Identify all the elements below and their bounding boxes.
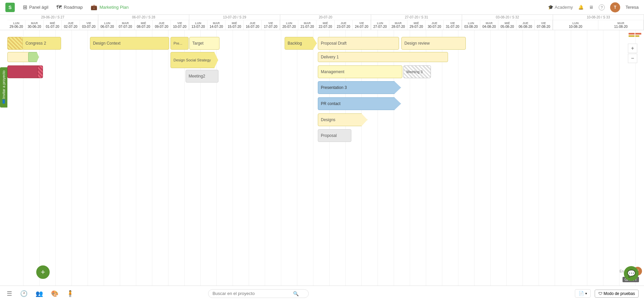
nav-roadmap[interactable]: 🗺 Roadmap: [56, 4, 83, 10]
invite-project-sidebar[interactable]: 👤 Invitar a proyecto: [0, 67, 7, 107]
day-jue-30: JUE30-07-20: [426, 20, 444, 30]
task-bar-designs[interactable]: Designs: [318, 113, 367, 126]
task-bar-backlog[interactable]: Backlog: [285, 37, 317, 50]
search-icon[interactable]: 🔍: [293, 291, 299, 296]
day-vie-17: VIE17-07-20: [262, 20, 280, 30]
task-bar-proposal[interactable]: Proposal: [318, 129, 351, 142]
doc-dropdown-icon: ▾: [585, 292, 587, 295]
chat-icon: 💬: [627, 269, 636, 278]
task-bar-target[interactable]: Target: [189, 37, 219, 50]
test-mode-button[interactable]: 🛡 Modo de pruebas: [595, 290, 639, 298]
nav-marketing-plan[interactable]: 💼 Marketing Plan: [91, 4, 129, 10]
day-lun-29: LUN29-06-20: [7, 20, 26, 30]
test-mode-icon: 🛡: [598, 291, 602, 296]
task-bar-meeting2[interactable]: Meeting2: [186, 70, 218, 83]
task-bar-management[interactable]: Management: [318, 65, 402, 78]
day-mie-29: MIÉ29-07-20: [407, 20, 426, 30]
week-label-27: 29-06-20 / S 27: [7, 15, 98, 20]
user-name: Teresa: [626, 5, 639, 10]
top-navigation: S ⊞ Panel ágil 🗺 Roadmap 💼 Marketing Pla…: [0, 0, 644, 15]
day-vie-31: VIE31-07-20: [444, 20, 462, 30]
palette-icon[interactable]: 🎨: [50, 289, 60, 299]
day-vie-10: VIE10-07-20: [171, 20, 189, 30]
day-jue-02: JUE02-07-20: [62, 20, 80, 30]
zoom-controls: + −: [628, 44, 637, 63]
week-label-29: 13-07-20 / S 29: [189, 15, 280, 20]
day-lun-06: LUN06-07-20: [98, 20, 116, 30]
task-bar-red-end: [38, 65, 43, 78]
day-vie-07: VIE07-08-20: [535, 20, 553, 30]
week-label-32: 03-08-20 / S 32: [462, 15, 553, 20]
roadmap-icon: 🗺: [56, 4, 62, 10]
day-vie-24: VIE24-07-20: [353, 20, 371, 30]
task-bar-red[interactable]: [7, 65, 39, 78]
help-btn[interactable]: ?: [599, 4, 605, 10]
task-bar-design-context[interactable]: Design Context: [90, 37, 169, 50]
bottom-nav-left: ☰ 🕐 👥 🎨 🧍: [5, 289, 75, 299]
day-mar-11: MAR11-08-20: [598, 20, 644, 30]
day-mie-15: MIÉ15-07-20: [226, 20, 244, 30]
invite-label: Invitar a proyecto: [2, 70, 6, 99]
bar-toggle-3[interactable]: [629, 35, 635, 37]
day-mie-08: MIÉ08-07-20: [135, 20, 153, 30]
task-bar-meeting3[interactable]: Meeting 3: [403, 65, 431, 78]
task-bar-congress2[interactable]: Congress 2: [22, 37, 61, 50]
task-bar-pr-contact[interactable]: PR contact: [318, 97, 401, 110]
document-button[interactable]: 📄 ▾: [575, 289, 591, 298]
day-mar-28: MAR28-07-20: [389, 20, 407, 30]
person-icon[interactable]: 🧍: [65, 289, 75, 299]
search-container[interactable]: 🔍: [208, 289, 309, 298]
task-bar-proposal-draft[interactable]: Proposal Draft: [318, 37, 399, 50]
bar-toggle-4[interactable]: [635, 35, 639, 37]
task-bar-design-review[interactable]: Design review: [401, 37, 466, 50]
nav-panel-agil[interactable]: ⊞ Panel ágil: [23, 4, 48, 10]
person-icon: 👤: [2, 100, 6, 104]
day-vie-03: VIE03-07-20: [80, 20, 98, 30]
week-label-30: 20-07-20: [280, 15, 371, 20]
day-lun-27: LUN27-07-20: [371, 20, 389, 30]
week-label-33: 10-08-20 / S 33: [553, 15, 644, 20]
day-jue-16: JUE16-07-20: [244, 20, 262, 30]
day-lun-10: LUN10-08-20: [553, 20, 598, 30]
history-icon[interactable]: 🕐: [19, 289, 29, 299]
panel-agil-icon: ⊞: [23, 4, 27, 10]
chat-button[interactable]: 💬: [624, 266, 639, 281]
task-bar-delivery1[interactable]: Delivery 1: [318, 52, 448, 62]
task-bar-presentation3[interactable]: Presentation 3: [318, 81, 401, 94]
task-bar-green1[interactable]: [28, 52, 39, 62]
day-jue-06: JUE06-08-20: [516, 20, 535, 30]
notifications-btn[interactable]: 🔔: [578, 5, 584, 10]
zoom-out-button[interactable]: −: [628, 54, 637, 63]
week-label-28: 06-07-20 / S 28: [98, 15, 189, 20]
monitor-icon: 🖥: [589, 5, 593, 10]
bar-toggle-1[interactable]: [629, 33, 635, 35]
day-mar-30: MAR30-06-20: [26, 20, 44, 30]
app-logo[interactable]: S: [5, 3, 15, 12]
bar-toggle-2[interactable]: [635, 33, 641, 35]
search-input[interactable]: [212, 291, 293, 296]
day-mie-22: MIÉ22-07-20: [316, 20, 335, 30]
nav-right-section: 🎓 Academy 🔔 🖥 ? T Teresa: [548, 2, 639, 12]
view-type-toggle: [629, 33, 641, 37]
bell-icon: 🔔: [578, 5, 584, 10]
day-lun-13: LUN13-07-20: [189, 20, 207, 30]
doc-icon: 📄: [579, 291, 584, 296]
monitor-btn[interactable]: 🖥: [589, 5, 593, 10]
day-mar-04: MAR04-08-20: [480, 20, 498, 30]
team-icon[interactable]: 👥: [34, 289, 44, 299]
bottom-navigation: ☰ 🕐 👥 🎨 🧍 🔍 📄 ▾ 🛡 Modo de pruebas: [0, 286, 644, 301]
day-mar-21: MAR21-07-20: [298, 20, 316, 30]
gantt-body: Congress 2 Design Context Pre... Target …: [0, 30, 644, 286]
add-icon: +: [41, 268, 45, 277]
user-avatar[interactable]: T: [610, 2, 620, 12]
zoom-in-button[interactable]: +: [628, 44, 637, 53]
add-task-button[interactable]: +: [36, 265, 50, 279]
task-bar-hatch-left[interactable]: [7, 37, 23, 50]
task-bar-pre[interactable]: Pre...: [170, 37, 189, 50]
list-view-icon[interactable]: ☰: [5, 289, 13, 299]
day-mie-01: MIÉ01-07-20: [44, 20, 62, 30]
day-mie-05: MIÉ05-08-20: [498, 20, 516, 30]
day-mar-14: MAR14-07-20: [207, 20, 226, 30]
task-bar-design-social[interactable]: Design Social Strategy: [170, 52, 218, 68]
academy-link[interactable]: 🎓 Academy: [548, 5, 573, 10]
